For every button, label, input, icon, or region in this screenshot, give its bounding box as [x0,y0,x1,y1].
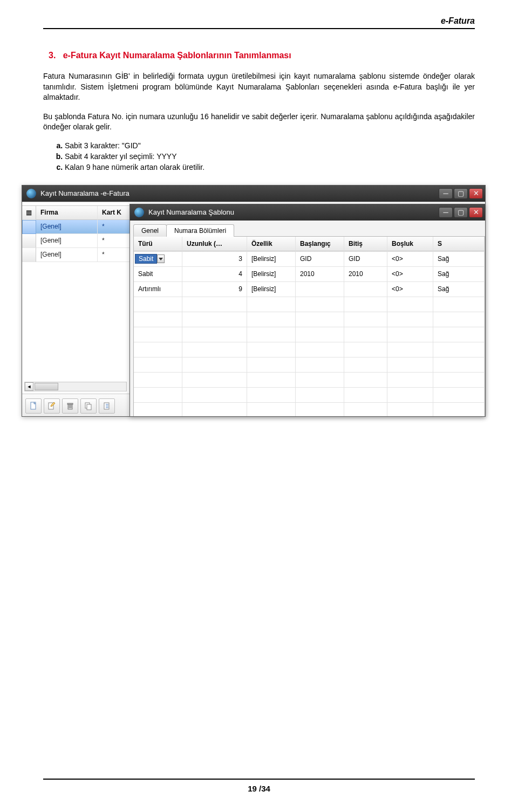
window-title-outer: Kayıt Numaralama -e-Fatura [40,189,439,197]
minimize-button[interactable]: ─ [439,188,453,199]
doc-header: e-Fatura [43,16,475,29]
section-number: 3. [49,51,56,60]
doc-footer: 19 /34 [43,779,475,793]
tab-panel: Türü Uzunluk (… Özellik Başlangıç Bitiş … [133,236,485,417]
maximize-button[interactable]: ▢ [454,188,468,199]
col-baslangic[interactable]: Başlangıç [296,237,344,251]
section-title: e-Fatura Kayıt Numaralama Şablonlarının … [63,51,291,60]
paragraph-2: Bu şablonda Fatura No. için numara uzunl… [43,112,475,133]
inner-row-empty[interactable] [134,312,485,327]
titlebar-outer[interactable]: Kayıt Numaralama -e-Fatura ─ ▢ ✕ [22,185,485,202]
inner-row-empty[interactable] [134,388,485,403]
col-turu[interactable]: Türü [134,237,182,251]
window-inner: Kayıt Numaralama Şablonu ─ ▢ ✕ Genel Num… [130,204,486,417]
app-icon [134,208,144,217]
refresh-button[interactable] [99,398,115,414]
row-header-corner[interactable]: ▦ [22,206,36,220]
list-item-c: Kalan 9 hane nümerik artan olarak üretil… [65,163,475,171]
app-icon [26,189,36,198]
tab-numara-bolumleri[interactable]: Numara Bölümleri [166,224,234,237]
close-button[interactable]: ✕ [469,207,483,218]
row-header[interactable] [22,220,36,234]
minimize-button[interactable]: ─ [439,207,453,218]
inner-row-empty[interactable] [134,373,485,388]
col-firma[interactable]: Firma [36,206,98,220]
svg-rect-3 [67,403,73,404]
page-number: 19 /34 [248,784,270,793]
chevron-down-icon[interactable] [157,254,165,263]
titlebar-inner[interactable]: Kayıt Numaralama Şablonu ─ ▢ ✕ [130,204,485,221]
inner-row[interactable]: Sabit 4 [Belirsiz] 2010 2010 <0> Sağ [134,267,485,282]
inner-row[interactable]: Sabit 3 [Belirsiz] GID GID <0> [134,252,485,267]
svg-rect-8 [87,404,91,410]
col-uzunluk[interactable]: Uzunluk (… [182,237,247,251]
col-bosluk[interactable]: Boşluk [387,237,433,251]
close-button[interactable]: ✕ [469,188,483,199]
inner-row-empty[interactable] [134,403,485,417]
edit-button[interactable] [44,398,60,414]
list-item-b: Sabit 4 karakter yıl seçimli: YYYY [65,152,475,161]
paragraph-1: Fatura Numarasının GİB' in belirlediği f… [43,71,475,103]
tab-genel[interactable]: Genel [133,224,167,237]
col-s[interactable]: S [433,237,485,251]
scroll-thumb[interactable] [35,383,58,390]
window-title-inner: Kayıt Numaralama Şablonu [148,208,439,216]
maximize-button[interactable]: ▢ [454,207,468,218]
inner-grid[interactable]: Türü Uzunluk (… Özellik Başlangıç Bitiş … [134,237,485,417]
row-header[interactable] [22,248,36,262]
col-ozellik[interactable]: Özellik [247,237,296,251]
sub-list: Sabit 3 karakter: "GID" Sabit 4 karakter… [65,141,475,171]
inner-row-empty[interactable] [134,357,485,373]
copy-button[interactable] [80,398,97,414]
horizontal-scrollbar[interactable]: ◄ [24,382,127,391]
new-button[interactable] [25,398,42,414]
turu-combo-selected[interactable]: Sabit [135,254,157,264]
inner-row-empty[interactable] [134,327,485,342]
inner-row[interactable]: Artırımlı 9 [Belirsiz] <0> Sağ [134,282,485,297]
inner-row-empty[interactable] [134,297,485,312]
inner-row-empty[interactable] [134,342,485,357]
delete-button[interactable] [62,398,78,414]
col-bitis[interactable]: Bitiş [344,237,387,251]
section-heading: 3. e-Fatura Kayıt Numaralama Şablonların… [49,51,475,60]
scroll-left-button[interactable]: ◄ [25,382,33,391]
list-item-a: Sabit 3 karakter: "GID" [65,141,475,150]
row-header[interactable] [22,234,36,248]
doc-title: e-Fatura [441,16,475,25]
app-screenshot: Kayıt Numaralama -e-Fatura ─ ▢ ✕ ▦ Firma… [22,185,496,428]
